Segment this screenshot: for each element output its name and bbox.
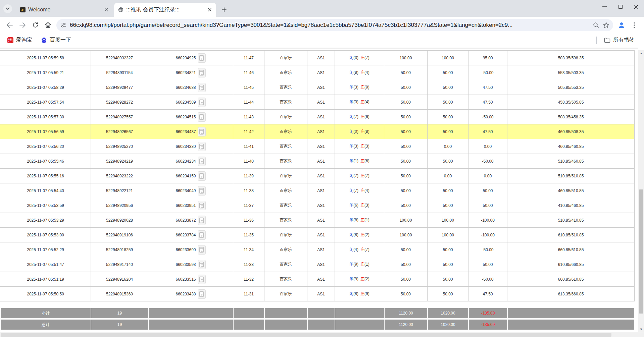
cell-game-name: 百家乐 — [264, 228, 307, 242]
new-tab-button[interactable] — [219, 5, 229, 14]
cell-bet-amount[interactable]: 50.00 — [384, 242, 428, 257]
vertical-scrollbar-thumb[interactable] — [639, 189, 643, 314]
cell-valid-amount: 50.00 — [428, 183, 468, 198]
cell-round: 660233690 — [148, 242, 233, 257]
table-row[interactable]: 2025-11-07 05:53:29522948920028660233872… — [0, 213, 635, 228]
tab-search-button[interactable] — [3, 4, 12, 13]
table-row[interactable]: 2025-11-07 05:52:29522948918259660233690… — [0, 242, 635, 257]
table-row[interactable]: 2025-11-07 05:54:40522948922121660234049… — [0, 183, 635, 198]
table-row[interactable]: 2025-11-07 05:50:50522948915360660233438… — [0, 287, 635, 301]
cell-game-name: 百家乐 — [264, 272, 307, 287]
video-playback-icon[interactable] — [198, 157, 206, 166]
video-playback-icon[interactable] — [198, 171, 206, 181]
home-button[interactable] — [42, 19, 54, 31]
cell-round: 660234234 — [148, 154, 233, 169]
browser-toolbar: 66cxkj98.com/ipl/portal.php/game/betreco… — [0, 17, 644, 33]
table-row[interactable]: 2025-11-07 05:59:21522948931154660234821… — [0, 65, 635, 80]
player-label: 闲 — [349, 203, 353, 208]
window-maximize-button[interactable] — [612, 0, 628, 13]
video-playback-icon[interactable] — [198, 216, 206, 225]
horizontal-scrollbar[interactable] — [0, 332, 644, 337]
cell-bet-detail: 闲(3)庄(3) — [335, 139, 384, 154]
bookmark-item-taobao[interactable]: 淘 爱淘宝 — [4, 35, 36, 45]
cell-table-id: AS1 — [307, 272, 335, 287]
round-id: 660234925 — [176, 56, 196, 60]
video-playback-icon[interactable] — [198, 112, 206, 122]
back-button[interactable] — [4, 19, 15, 31]
cell-bet-amount[interactable]: 50.00 — [384, 80, 428, 95]
vertical-scrollbar[interactable]: ▲ ▼ — [638, 50, 644, 332]
url-text[interactable]: 66cxkj98.com/ipl/portal.php/game/betreco… — [70, 22, 591, 29]
table-row[interactable]: 2025-11-07 05:51:47522948917140660233593… — [0, 257, 635, 272]
cell-bet-amount[interactable]: 50.00 — [384, 169, 428, 183]
cell-bet-amount[interactable]: 50.00 — [384, 124, 428, 139]
cell-bet-amount[interactable]: 100.00 — [384, 51, 428, 65]
bookmark-star-icon[interactable] — [601, 20, 611, 30]
table-row[interactable]: 2025-11-07 05:57:54522948928272660234589… — [0, 95, 635, 110]
table-row[interactable]: 2025-11-07 05:51:19522948916204660233516… — [0, 272, 635, 287]
cell-bet-amount[interactable]: 50.00 — [384, 154, 428, 169]
cell-bet-amount[interactable]: 50.00 — [384, 287, 428, 301]
tab-welcome[interactable]: Welcome — [16, 3, 113, 17]
video-playback-icon[interactable] — [198, 260, 206, 269]
cell-game-name: 百家乐 — [264, 65, 307, 80]
scroll-up-icon[interactable]: ▲ — [638, 50, 644, 56]
cell-period: 11-40 — [233, 154, 264, 169]
video-playback-icon[interactable] — [198, 53, 206, 63]
site-info-icon[interactable] — [60, 22, 66, 28]
bet-table-subtotal: 小计191120.001020.00-135.00 — [0, 308, 635, 319]
horizontal-scrollbar-thumb[interactable] — [1, 333, 611, 337]
video-playback-icon[interactable] — [198, 98, 206, 107]
video-playback-icon[interactable] — [198, 186, 206, 195]
scroll-down-icon[interactable]: ▼ — [638, 326, 644, 332]
browser-menu-icon[interactable] — [629, 19, 640, 31]
cell-bet-amount[interactable]: 100.00 — [384, 228, 428, 242]
round-id: 660234330 — [176, 144, 196, 149]
cell-bet-amount[interactable]: 100.00 — [384, 213, 428, 228]
table-row[interactable]: 2025-11-07 05:57:30522948927557660234515… — [0, 110, 635, 124]
video-playback-icon[interactable] — [198, 289, 206, 299]
tab-bet-records[interactable]: :::视讯 会员下注纪录::: — [114, 3, 216, 17]
player-points: (3) — [353, 55, 358, 60]
table-row[interactable]: 2025-11-07 05:55:16522948923222660234159… — [0, 169, 635, 183]
cell-bet-amount[interactable]: 50.00 — [384, 257, 428, 272]
video-playback-icon[interactable] — [198, 275, 206, 284]
address-bar[interactable]: 66cxkj98.com/ipl/portal.php/game/betreco… — [56, 19, 613, 31]
video-playback-icon[interactable] — [198, 142, 206, 151]
video-playback-icon[interactable] — [198, 230, 206, 240]
close-tab-icon[interactable] — [103, 7, 109, 13]
table-row[interactable]: 2025-11-07 05:55:46522948924219660234234… — [0, 154, 635, 169]
profile-avatar[interactable] — [616, 19, 627, 31]
forward-button[interactable] — [17, 19, 28, 31]
cell-bet-amount[interactable]: 50.00 — [384, 272, 428, 287]
cell-balance: 610.85/510.85 — [507, 228, 635, 242]
table-row[interactable]: 2025-11-07 05:59:58522948932327660234925… — [0, 51, 635, 65]
zoom-magnifier-icon[interactable] — [591, 20, 601, 30]
table-row[interactable]: 2025-11-07 05:58:29522948929477660234688… — [0, 80, 635, 95]
cell-bet-amount[interactable]: 50.00 — [384, 183, 428, 198]
table-row[interactable]: 2025-11-07 05:56:59522948926567660234437… — [0, 124, 635, 139]
video-playback-icon[interactable] — [198, 83, 206, 92]
reload-button[interactable] — [30, 19, 41, 31]
cell-bet-amount[interactable]: 50.00 — [384, 95, 428, 110]
window-close-button[interactable] — [628, 0, 644, 13]
video-playback-icon[interactable] — [198, 201, 206, 210]
cell-win-loss: 50.00 — [468, 257, 507, 272]
cell-valid-amount: 50.00 — [428, 154, 468, 169]
cell-bet-amount[interactable]: 50.00 — [384, 110, 428, 124]
video-playback-icon[interactable] — [198, 68, 206, 77]
cell-table-id: AS1 — [307, 124, 335, 139]
cell-game-name: 百家乐 — [264, 51, 307, 65]
cell-bet-amount[interactable]: 50.00 — [384, 139, 428, 154]
cell-bet-amount[interactable]: 50.00 — [384, 65, 428, 80]
cell-bet-amount[interactable]: 50.00 — [384, 198, 428, 213]
table-row[interactable]: 2025-11-07 05:53:59522948920956660233951… — [0, 198, 635, 213]
table-row[interactable]: 2025-11-07 05:56:20522948925270660234330… — [0, 139, 635, 154]
bookmark-item-baidu[interactable]: du 百度一下 — [38, 35, 75, 45]
all-bookmarks-button[interactable]: 所有书签 — [601, 35, 638, 45]
window-minimize-button[interactable] — [597, 0, 612, 13]
table-row[interactable]: 2025-11-07 05:53:00522948919106660233784… — [0, 228, 635, 242]
close-tab-icon[interactable] — [207, 7, 213, 13]
video-playback-icon[interactable] — [198, 127, 206, 136]
video-playback-icon[interactable] — [198, 245, 206, 255]
